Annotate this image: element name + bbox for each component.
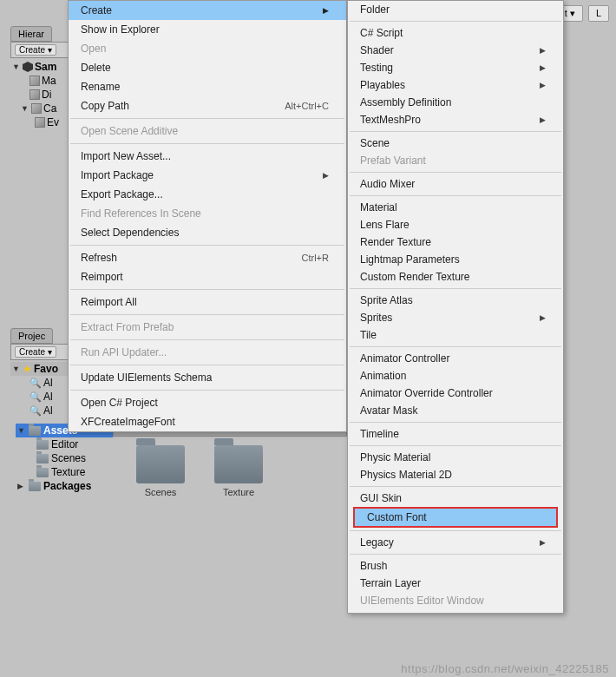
favorites-label: Favo xyxy=(34,363,58,375)
menu-testing[interactable]: Testing▶ xyxy=(348,59,563,76)
menu-prefab-variant: Prefab Variant xyxy=(348,152,563,169)
menu-open-scene-additive: Open Scene Additive xyxy=(69,122,346,141)
menu-brush[interactable]: Brush xyxy=(348,557,563,575)
expand-arrow-icon[interactable]: ▼ xyxy=(17,426,26,435)
menu-run-api: Run API Updater... xyxy=(69,343,346,362)
menu-show-explorer[interactable]: Show in Explorer xyxy=(69,20,346,39)
menu-separator xyxy=(350,195,561,196)
folder-item[interactable]: Texture xyxy=(208,445,269,497)
menu-xf-create-image-font[interactable]: XFCreateImageFont xyxy=(69,412,346,431)
menu-sprite-atlas[interactable]: Sprite Atlas xyxy=(348,292,563,309)
shortcut-label: Alt+Ctrl+C xyxy=(285,101,329,111)
chevron-right-icon: ▶ xyxy=(540,63,546,72)
chevron-right-icon: ▶ xyxy=(540,81,546,89)
menu-import-package[interactable]: Import Package▶ xyxy=(69,166,346,185)
menu-reimport[interactable]: Reimport xyxy=(69,267,346,286)
menu-separator xyxy=(350,21,561,22)
menu-timeline[interactable]: Timeline xyxy=(348,425,563,443)
chevron-right-icon: ▶ xyxy=(540,115,546,124)
hierarchy-create-button[interactable]: Create ▾ xyxy=(15,44,56,56)
menu-legacy[interactable]: Legacy▶ xyxy=(348,534,563,551)
folder-icon xyxy=(214,445,263,483)
chevron-right-icon: ▶ xyxy=(540,313,546,322)
menu-physic-material[interactable]: Physic Material xyxy=(348,449,563,466)
menu-tile[interactable]: Tile xyxy=(348,326,563,344)
menu-scene[interactable]: Scene xyxy=(348,135,563,152)
menu-animation[interactable]: Animation xyxy=(348,367,563,385)
search-icon: 🔍 xyxy=(29,405,42,417)
watermark: https://blog.csdn.net/weixin_42225185 xyxy=(401,662,609,675)
menu-export-package[interactable]: Export Package... xyxy=(69,185,346,204)
top-button-2[interactable]: L xyxy=(588,5,609,22)
menu-delete[interactable]: Delete xyxy=(69,58,346,77)
menu-update-uie[interactable]: Update UIElements Schema xyxy=(69,368,346,387)
menu-physics-material-2d[interactable]: Physics Material 2D xyxy=(348,466,563,483)
menu-separator xyxy=(70,245,344,246)
menu-separator xyxy=(70,314,344,315)
menu-animator-override-controller[interactable]: Animator Override Controller xyxy=(348,385,563,402)
menu-separator xyxy=(70,289,344,290)
menu-sprites[interactable]: Sprites▶ xyxy=(348,309,563,326)
chevron-right-icon: ▶ xyxy=(323,6,329,15)
expand-arrow-icon[interactable]: ▶ xyxy=(17,482,26,490)
search-icon: 🔍 xyxy=(29,378,42,389)
menu-textmeshpro[interactable]: TextMeshPro▶ xyxy=(348,111,563,128)
menu-import-asset[interactable]: Import New Asset... xyxy=(69,147,346,166)
hierarchy-tab[interactable]: Hierar xyxy=(10,26,52,42)
expand-arrow-icon[interactable]: ▼ xyxy=(12,62,21,71)
project-create-button[interactable]: Create ▾ xyxy=(15,346,56,358)
menu-material[interactable]: Material xyxy=(348,199,563,216)
menu-open-cs-project[interactable]: Open C# Project xyxy=(69,393,346,412)
menu-lens-flare[interactable]: Lens Flare xyxy=(348,216,563,233)
gameobject-icon xyxy=(35,117,45,128)
menu-folder[interactable]: Folder xyxy=(348,1,563,18)
menu-find-refs: Find References In Scene xyxy=(69,204,346,223)
menu-separator xyxy=(70,339,344,340)
expand-arrow-icon[interactable]: ▼ xyxy=(12,365,21,373)
scene-label: Sam xyxy=(35,61,56,73)
menu-refresh[interactable]: RefreshCtrl+R xyxy=(69,248,346,267)
menu-copy-path[interactable]: Copy PathAlt+Ctrl+C xyxy=(69,96,346,115)
folder-icon xyxy=(29,426,41,436)
menu-terrain-layer[interactable]: Terrain Layer xyxy=(348,575,563,592)
menu-custom-font[interactable]: Custom Font xyxy=(355,509,556,526)
menu-create[interactable]: Create▶ xyxy=(69,1,346,20)
menu-gui-skin[interactable]: GUI Skin xyxy=(348,490,563,507)
menu-cs-script[interactable]: C# Script xyxy=(348,24,563,42)
menu-assembly-definition[interactable]: Assembly Definition xyxy=(348,94,563,111)
menu-audio-mixer[interactable]: Audio Mixer xyxy=(348,175,563,193)
folder-content-area: Editor Scenes Texture xyxy=(113,421,347,673)
search-icon: 🔍 xyxy=(29,391,42,403)
expand-arrow-icon[interactable]: ▼ xyxy=(21,104,29,113)
create-submenu: Folder C# Script Shader▶ Testing▶ Playab… xyxy=(347,0,564,614)
menu-custom-render-texture[interactable]: Custom Render Texture xyxy=(348,268,563,286)
menu-render-texture[interactable]: Render Texture xyxy=(348,233,563,251)
menu-separator xyxy=(70,390,344,391)
menu-separator xyxy=(70,118,344,119)
menu-select-deps[interactable]: Select Dependencies xyxy=(69,223,346,242)
folder-item[interactable]: Scenes xyxy=(130,445,191,497)
menu-uielements-editor-window: UIElements Editor Window xyxy=(348,592,563,609)
menu-separator xyxy=(350,288,561,289)
menu-separator xyxy=(70,365,344,365)
gameobject-icon xyxy=(29,76,40,86)
folder-icon xyxy=(29,482,41,491)
menu-separator xyxy=(350,530,561,531)
unity-logo-icon xyxy=(23,62,33,72)
menu-shader[interactable]: Shader▶ xyxy=(348,42,563,59)
gameobject-icon xyxy=(31,103,42,114)
project-tab[interactable]: Projec xyxy=(10,328,53,344)
menu-separator xyxy=(350,346,561,347)
gameobject-icon xyxy=(29,89,40,100)
menu-playables[interactable]: Playables▶ xyxy=(348,76,563,94)
menu-separator xyxy=(350,131,561,132)
menu-rename[interactable]: Rename xyxy=(69,77,346,96)
menu-animator-controller[interactable]: Animator Controller xyxy=(348,350,563,367)
chevron-right-icon: ▶ xyxy=(540,46,546,55)
menu-separator xyxy=(350,554,561,555)
menu-reimport-all[interactable]: Reimport All xyxy=(69,292,346,312)
menu-lightmap-parameters[interactable]: Lightmap Parameters xyxy=(348,251,563,268)
menu-separator xyxy=(70,143,344,144)
folder-icon xyxy=(36,440,49,450)
menu-avatar-mask[interactable]: Avatar Mask xyxy=(348,402,563,419)
